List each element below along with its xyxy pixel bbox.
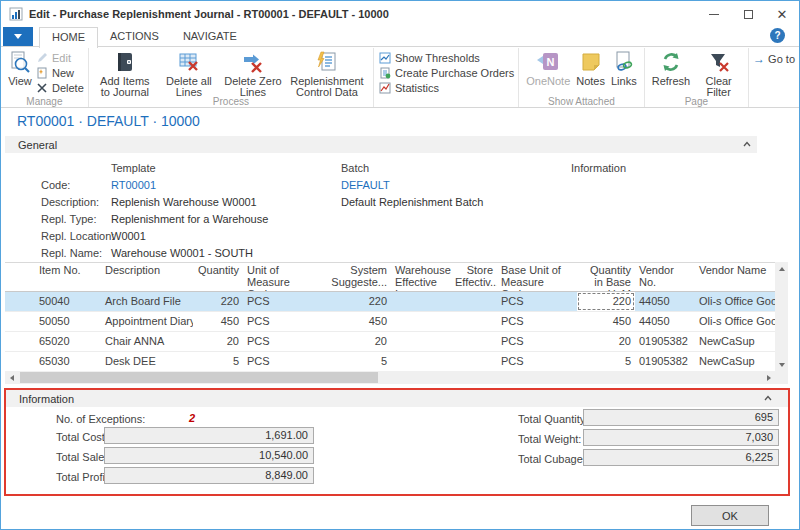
grid-cell[interactable] xyxy=(451,352,497,371)
grid-cell[interactable]: 5 xyxy=(577,352,635,371)
grid-cell[interactable] xyxy=(5,292,35,311)
vertical-scrollbar[interactable] xyxy=(775,262,788,371)
total-weight-field[interactable]: 7,030 xyxy=(583,429,779,446)
grid-cell[interactable]: 220 xyxy=(323,292,391,311)
column-header[interactable]: Store Effectiv... xyxy=(451,263,497,291)
column-header[interactable]: Vendor Name xyxy=(695,263,775,291)
close-button[interactable]: ✕ xyxy=(765,1,799,27)
grid-cell[interactable]: PCS xyxy=(243,352,323,371)
column-header[interactable]: Vendor No. xyxy=(635,263,695,291)
column-header[interactable]: Description xyxy=(101,263,193,291)
grid-cell[interactable]: 5 xyxy=(323,352,391,371)
column-header[interactable]: Item No. xyxy=(35,263,101,291)
grid-cell[interactable]: 220 xyxy=(193,292,243,311)
grid-cell[interactable]: Oli-s Office Goods xyxy=(695,292,775,311)
grid-cell[interactable]: Oli-s Office Goods xyxy=(695,312,775,331)
grid-cell[interactable]: PCS xyxy=(243,312,323,331)
grid-cell[interactable] xyxy=(451,312,497,331)
grid-cell[interactable] xyxy=(391,312,451,331)
create-purchase-orders-button[interactable]: Create Purchase Orders xyxy=(378,65,514,80)
horizontal-scrollbar[interactable] xyxy=(5,371,775,384)
grid-cell[interactable]: 450 xyxy=(577,312,635,331)
grid-cell[interactable]: Chair ANNA xyxy=(101,332,193,351)
total-sales-field[interactable]: 10,540.00 xyxy=(104,447,314,464)
grid-cell[interactable]: 450 xyxy=(193,312,243,331)
grid-cell[interactable]: 44050 xyxy=(635,312,695,331)
grid-cell[interactable]: NewCaSup xyxy=(695,332,775,351)
app-menu-button[interactable] xyxy=(3,27,33,46)
grid-cell[interactable] xyxy=(5,332,35,351)
grid-cell[interactable] xyxy=(451,292,497,311)
batch-code-link[interactable]: DEFAULT xyxy=(341,179,390,191)
delete-button[interactable]: Delete xyxy=(35,80,84,95)
scroll-up-button[interactable] xyxy=(775,262,788,275)
grid-cell[interactable]: 01905382 xyxy=(635,352,695,371)
scroll-right-button[interactable] xyxy=(762,371,775,384)
grid-cell[interactable]: Desk DEE xyxy=(101,352,193,371)
collapse-general-icon[interactable] xyxy=(743,141,750,148)
grid-cell[interactable]: PCS xyxy=(243,332,323,351)
grid-cell[interactable]: 20 xyxy=(577,332,635,351)
refresh-button[interactable]: Refresh xyxy=(649,49,694,88)
column-header[interactable]: Unit of Measure Code xyxy=(243,263,323,291)
grid-row[interactable]: 65020Chair ANNA20PCS20PCS2001905382NewCa… xyxy=(5,332,775,352)
show-thresholds-button[interactable]: Show Thresholds xyxy=(378,50,514,65)
grid-cell[interactable]: 20 xyxy=(193,332,243,351)
column-header[interactable]: Quantity in Base UoM xyxy=(577,263,635,291)
grid-cell[interactable] xyxy=(451,332,497,351)
column-header[interactable] xyxy=(5,263,35,291)
grid-cell[interactable]: 450 xyxy=(323,312,391,331)
grid-cell[interactable]: 220 xyxy=(577,292,635,311)
grid-cell[interactable]: 65030 xyxy=(35,352,101,371)
grid-cell[interactable]: PCS xyxy=(497,292,577,311)
column-header[interactable]: Warehouse Effective I... xyxy=(391,263,451,291)
information-section-header[interactable]: Information xyxy=(6,390,788,407)
total-profit-field[interactable]: 8,849.00 xyxy=(104,467,314,484)
grid-cell[interactable]: PCS xyxy=(497,352,577,371)
grid-cell[interactable] xyxy=(5,312,35,331)
total-cost-field[interactable]: 1,691.00 xyxy=(104,427,314,444)
grid-cell[interactable]: Appointment Diary xyxy=(101,312,193,331)
grid-cell[interactable]: 44050 xyxy=(635,292,695,311)
grid-cell[interactable] xyxy=(391,352,451,371)
links-button[interactable]: Links xyxy=(608,49,640,88)
edit-button[interactable]: Edit xyxy=(35,50,84,65)
grid-cell[interactable]: NewCaSup xyxy=(695,352,775,371)
tab-actions[interactable]: ACTIONS xyxy=(98,27,171,47)
grid-row[interactable]: 50050Appointment Diary450PCS450PCS450440… xyxy=(5,312,775,332)
replenishment-control-data-button[interactable]: Replenishment Control Data xyxy=(285,49,369,99)
grid-cell[interactable] xyxy=(5,352,35,371)
grid-cell[interactable]: 01905382 xyxy=(635,332,695,351)
statistics-button[interactable]: Statistics xyxy=(378,80,514,95)
column-header[interactable]: System Suggeste... xyxy=(323,263,391,291)
grid-cell[interactable]: 5 xyxy=(193,352,243,371)
tab-navigate[interactable]: NAVIGATE xyxy=(171,27,249,47)
horizontal-scroll-thumb[interactable] xyxy=(20,372,378,383)
collapse-information-icon[interactable] xyxy=(764,395,771,402)
grid-cell[interactable]: 50040 xyxy=(35,292,101,311)
grid-cell[interactable]: PCS xyxy=(243,292,323,311)
total-cubage-field[interactable]: 6,225 xyxy=(583,449,779,466)
general-section-header[interactable]: General xyxy=(5,136,757,153)
template-code-link[interactable]: RT00001 xyxy=(111,179,156,191)
grid-cell[interactable]: PCS xyxy=(497,312,577,331)
grid-cell[interactable] xyxy=(391,292,451,311)
grid-cell[interactable]: PCS xyxy=(497,332,577,351)
column-header[interactable]: Quantity xyxy=(193,263,243,291)
grid-row[interactable]: 65030Desk DEE5PCS5PCS501905382NewCaSup xyxy=(5,352,775,372)
view-button[interactable]: View xyxy=(5,49,35,88)
goto-button[interactable]: → Go to xyxy=(753,51,795,66)
minimize-button[interactable] xyxy=(697,1,731,27)
scroll-left-button[interactable] xyxy=(5,371,18,384)
clear-filter-button[interactable]: Clear Filter xyxy=(693,49,744,99)
onenote-button[interactable]: N OneNote xyxy=(523,49,573,88)
grid-cell[interactable]: Arch Board File xyxy=(101,292,193,311)
maximize-button[interactable] xyxy=(731,1,765,27)
notes-button[interactable]: Notes xyxy=(573,49,608,88)
total-quantity-field[interactable]: 695 xyxy=(583,409,779,426)
scroll-down-button[interactable] xyxy=(775,358,788,371)
tab-home[interactable]: HOME xyxy=(39,27,98,48)
column-header[interactable]: Base Unit of Measure Code xyxy=(497,263,577,291)
help-button[interactable]: ? xyxy=(770,28,785,43)
grid-row[interactable]: 50040Arch Board File220PCS220PCS22044050… xyxy=(5,292,775,312)
